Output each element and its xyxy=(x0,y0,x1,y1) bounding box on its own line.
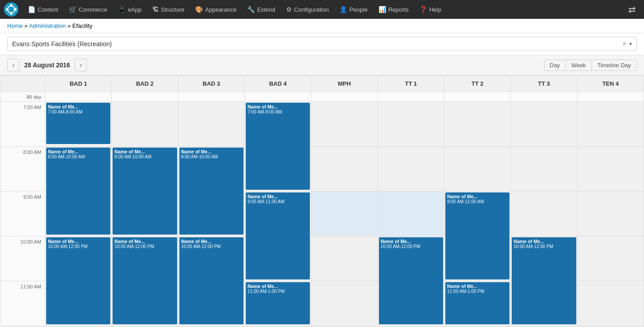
nav-structure[interactable]: 🏗 Structure xyxy=(147,0,190,19)
nav-reports[interactable]: 📊 Reports xyxy=(373,0,414,19)
cell-7am-ten4[interactable] xyxy=(577,102,644,147)
event-time: 10:00 AM-12:00 PM xyxy=(114,244,175,249)
cell-9am-bad4[interactable]: Name of Me... 9:00 AM-11:00 AM xyxy=(244,192,311,281)
cell-8am-bad2[interactable]: Name of Me... 8:00 AM-10:00 AM xyxy=(112,147,178,236)
breadcrumb-home[interactable]: Home xyxy=(7,22,23,29)
row-10am: 10:00 AM Name of Me... 10:00 AM-12:00 PM… xyxy=(0,236,644,281)
nav-commerce[interactable]: 🛒 Commerce xyxy=(64,0,113,19)
event-11am-tt2[interactable]: Name of Me... 11:00 AM-1:00 PM xyxy=(445,282,509,324)
allday-cell-1 xyxy=(112,92,178,102)
cell-7am-bad3[interactable] xyxy=(178,102,244,147)
event-title: Name of Me... xyxy=(248,283,308,289)
cell-10am-bad2[interactable]: Name of Me... 10:00 AM-12:00 PM xyxy=(112,236,178,326)
current-date: 28 August 2016 xyxy=(24,61,70,69)
appearance-icon: 🎨 xyxy=(195,6,203,13)
event-10am-tt1[interactable]: Name of Me... 10:00 AM-12:00 PM xyxy=(379,237,443,324)
col-bad3: BAD 3 xyxy=(178,76,244,92)
cell-8am-tt1[interactable] xyxy=(378,147,444,192)
breadcrumb-sep1: » xyxy=(24,22,27,29)
content-icon: 📄 xyxy=(28,6,35,13)
cell-7am-mph[interactable] xyxy=(311,102,378,147)
nav-configuration[interactable]: ⚙ Configuration xyxy=(281,0,334,19)
event-title: Name of Me... xyxy=(48,104,109,109)
breadcrumb-current: Efacility xyxy=(72,22,92,29)
cell-10am-bad3[interactable]: Name of Me... 10:00 AM-12:00 PM xyxy=(178,236,244,326)
cell-7am-tt3[interactable] xyxy=(511,102,577,147)
view-timeline-button[interactable]: Timeline Day xyxy=(592,60,637,71)
nav-eapp[interactable]: 📱 eApp xyxy=(113,0,147,19)
cell-7am-bad1[interactable]: Name of Me... 7:00 AM-8:00 AM xyxy=(45,102,112,147)
cell-8am-ten4[interactable] xyxy=(577,147,644,192)
cell-10am-tt3[interactable]: Name of Me... 10:00 AM-12:00 PM xyxy=(511,236,577,326)
cell-9am-tt3[interactable] xyxy=(511,192,577,236)
cell-8am-bad1[interactable]: Name of Me... 8:00 AM-10:00 AM xyxy=(45,147,112,236)
col-tt3: TT 3 xyxy=(511,76,577,92)
event-8am-bad1[interactable]: Name of Me... 8:00 AM-10:00 AM xyxy=(46,148,110,235)
cell-7am-bad2[interactable] xyxy=(112,102,178,147)
allday-cell-8 xyxy=(577,92,644,102)
nav-people[interactable]: 👤 People xyxy=(334,0,373,19)
event-title: Name of Me... xyxy=(513,239,574,244)
cell-9am-tt1[interactable] xyxy=(378,192,444,236)
event-8am-bad2[interactable]: Name of Me... 8:00 AM-10:00 AM xyxy=(113,148,177,235)
event-10am-bad2[interactable]: Name of Me... 10:00 AM-12:00 PM xyxy=(113,237,177,324)
cell-11am-mph[interactable] xyxy=(311,281,378,326)
nav-right-button[interactable]: ⇄ xyxy=(624,0,640,19)
cell-7am-bad4[interactable]: Name of Me... 7:00 AM-9:00 AM xyxy=(244,102,311,192)
calendar-scroll[interactable]: BAD 1 BAD 2 BAD 3 BAD 4 MPH TT 1 TT 2 TT… xyxy=(0,75,644,327)
nav-help[interactable]: ❓ Help xyxy=(414,0,447,19)
event-8am-bad3[interactable]: Name of Me... 8:00 AM-10:00 AM xyxy=(179,148,244,235)
people-icon: 👤 xyxy=(339,6,347,13)
event-title: Name of Me... xyxy=(114,239,175,244)
view-day-button[interactable]: Day xyxy=(544,60,566,71)
event-9am-bad4[interactable]: Name of Me... 9:00 AM-11:00 AM xyxy=(246,192,310,279)
cell-10am-ten4[interactable] xyxy=(577,236,644,281)
nav-extend[interactable]: 🔧 Extend xyxy=(242,0,280,19)
event-10am-tt3[interactable]: Name of Me... 10:00 AM-12:00 PM xyxy=(512,237,576,324)
event-time: 7:00 AM-8:00 AM xyxy=(48,109,109,114)
view-week-button[interactable]: Week xyxy=(566,60,592,71)
cell-9am-ten4[interactable] xyxy=(577,192,644,236)
col-mph: MPH xyxy=(311,76,378,92)
breadcrumb-sep2: » xyxy=(67,22,70,29)
cell-11am-bad4[interactable]: Name of Me... 11:00 AM-1:00 PM xyxy=(244,281,311,326)
extend-icon: 🔧 xyxy=(247,6,255,13)
nav-appearance[interactable]: 🎨 Appearance xyxy=(190,0,242,19)
facility-selector[interactable]: Evans Sports Facilities (Recreation) × ▾ xyxy=(7,37,637,51)
cell-8am-mph[interactable] xyxy=(311,147,378,192)
cell-7am-tt1[interactable] xyxy=(378,102,444,147)
event-10am-bad1[interactable]: Name of Me... 10:00 AM-12:00 PM xyxy=(46,237,110,324)
event-7am-bad4[interactable]: Name of Me... 7:00 AM-9:00 AM xyxy=(246,103,310,190)
cell-8am-tt2[interactable] xyxy=(444,147,510,192)
cell-8am-tt3[interactable] xyxy=(511,147,577,192)
cell-9am-tt2[interactable]: Name of Me... 9:00 AM-11:00 AM xyxy=(444,192,510,281)
cell-10am-bad1[interactable]: Name of Me... 10:00 AM-12:00 PM xyxy=(45,236,112,326)
cell-8am-bad3[interactable]: Name of Me... 8:00 AM-10:00 AM xyxy=(178,147,244,236)
nav-content[interactable]: 📄 Content xyxy=(22,0,64,19)
cell-7am-tt2[interactable] xyxy=(444,102,510,147)
event-9am-tt2[interactable]: Name of Me... 9:00 AM-11:00 AM xyxy=(445,192,509,279)
facility-clear-button[interactable]: × xyxy=(622,40,627,48)
event-10am-bad3[interactable]: Name of Me... 10:00 AM-12:00 PM xyxy=(179,237,244,324)
event-11am-bad4[interactable]: Name of Me... 11:00 AM-1:00 PM xyxy=(246,282,310,324)
next-day-button[interactable]: › xyxy=(74,59,87,71)
cell-10am-tt1[interactable]: Name of Me... 10:00 AM-12:00 PM xyxy=(378,236,444,326)
cell-11am-tt2[interactable]: Name of Me... 11:00 AM-1:00 PM xyxy=(444,281,510,326)
reports-icon: 📊 xyxy=(379,6,386,13)
allday-cell-0 xyxy=(45,92,112,102)
event-title: Name of Me... xyxy=(248,104,308,109)
breadcrumb-admin[interactable]: Administration xyxy=(29,22,65,29)
event-7am-bad1[interactable]: Name of Me... 7:00 AM-8:00 AM xyxy=(46,103,110,144)
cell-10am-mph[interactable] xyxy=(311,236,378,281)
cell-9am-mph[interactable] xyxy=(311,192,378,236)
prev-day-button[interactable]: ‹ xyxy=(7,59,20,71)
cell-11am-ten4[interactable] xyxy=(577,281,644,326)
event-title: Name of Me... xyxy=(181,239,242,244)
calendar-table: BAD 1 BAD 2 BAD 3 BAD 4 MPH TT 1 TT 2 TT… xyxy=(0,75,644,326)
col-bad1: BAD 1 xyxy=(45,76,112,92)
site-logo[interactable] xyxy=(4,2,19,17)
time-header xyxy=(0,76,45,92)
facility-bar: Evans Sports Facilities (Recreation) × ▾ xyxy=(0,33,644,55)
allday-row: All day xyxy=(0,92,644,102)
allday-cell-7 xyxy=(511,92,577,102)
